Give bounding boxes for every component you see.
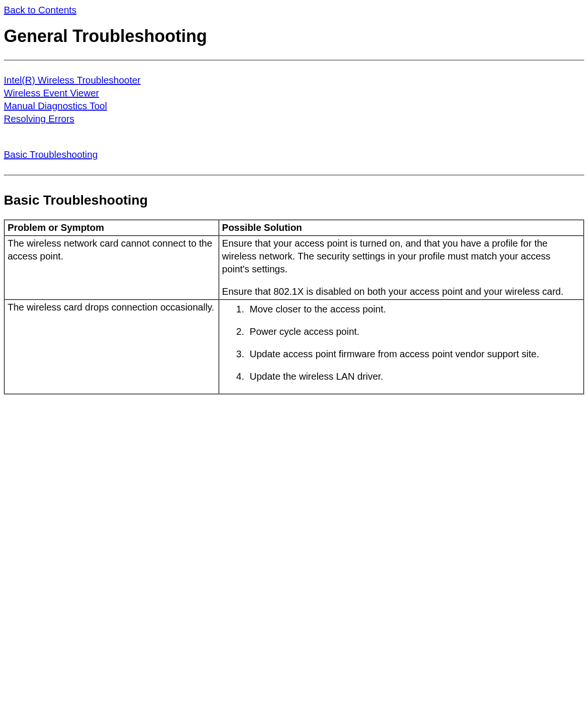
list-item: Update the wireless LAN driver. xyxy=(247,370,580,383)
cell-problem: The wireless card drops connection occas… xyxy=(4,300,219,394)
troubleshooting-table: Problem or Symptom Possible Solution The… xyxy=(4,219,584,394)
page-title: General Troubleshooting xyxy=(4,26,584,46)
link-resolving-errors[interactable]: Resolving Errors xyxy=(4,114,74,124)
table-row: The wireless network card cannot connect… xyxy=(4,236,584,300)
solution-steps: Move closer to the access point. Power c… xyxy=(222,303,580,383)
cell-problem: The wireless network card cannot connect… xyxy=(4,236,219,300)
solution-text: Ensure that your access point is turned … xyxy=(222,237,580,276)
link-diagnostics[interactable]: Manual Diagnostics Tool xyxy=(4,101,107,111)
header-problem: Problem or Symptom xyxy=(4,220,219,236)
link-troubleshooter[interactable]: Intel(R) Wireless Troubleshooter xyxy=(4,75,141,85)
list-item: Move closer to the access point. xyxy=(247,303,580,316)
section-title: Basic Troubleshooting xyxy=(4,193,584,208)
header-solution: Possible Solution xyxy=(219,220,584,236)
cell-solution: Move closer to the access point. Power c… xyxy=(219,300,584,394)
divider-top xyxy=(4,60,584,61)
link-event-viewer[interactable]: Wireless Event Viewer xyxy=(4,88,99,98)
divider-bottom xyxy=(4,175,584,176)
toc-links: Intel(R) Wireless Troubleshooter Wireles… xyxy=(4,74,584,125)
list-item: Update access point firmware from access… xyxy=(247,348,580,361)
back-to-contents-link[interactable]: Back to Contents xyxy=(4,5,76,15)
cell-solution: Ensure that your access point is turned … xyxy=(219,236,584,300)
solution-text: Ensure that 802.1X is disabled on both y… xyxy=(222,285,580,298)
table-header-row: Problem or Symptom Possible Solution xyxy=(4,220,584,236)
link-basic-troubleshooting[interactable]: Basic Troubleshooting xyxy=(4,149,98,160)
list-item: Power cycle access point. xyxy=(247,325,580,338)
table-row: The wireless card drops connection occas… xyxy=(4,300,584,394)
